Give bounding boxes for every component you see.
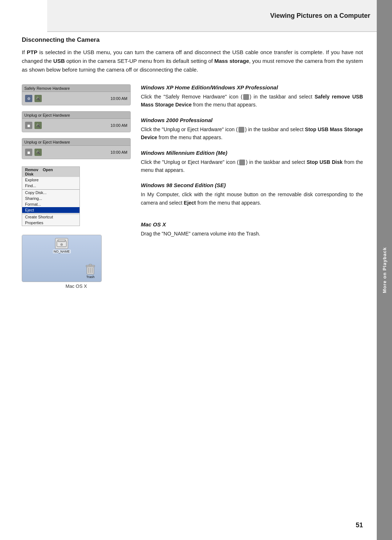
win2000-section: Windows 2000 Professional Click the "Unp… [141,117,363,142]
win2000-screenshot: Unplug or Eject Hardware ◼ 🔌 10:00 AM [22,111,131,132]
context-menu-properties: Properties [22,220,79,226]
win98-context-menu: RemovDisk Open Explore Find... Copy Disk… [22,166,80,226]
context-menu-sharing: Sharing... [22,196,79,201]
mac-drive-group: NO_NAME [53,238,71,253]
win2000-taskbar: ◼ 🔌 10:00 AM [22,119,130,132]
mac-drive-icon [55,238,68,249]
winxp-screenshot: Safely Remove Hardware ⚙ 🔌 10:00 AM [22,84,131,105]
win2000-inline-icon [238,127,244,133]
winme-section: Windows Millennium Edition (Me) Click th… [141,150,363,174]
winme-screenshot: Unplug or Eject Hardware ◼ 🔌 10:00 AM [22,138,131,159]
mac-drive-label: NO_NAME [53,250,71,253]
win98-title: Windows 98 Second Edition (SE) [141,182,363,188]
context-menu-find: Find... [22,183,79,189]
winxp-toolbar: Safely Remove Hardware [22,85,130,92]
winme-icon1: ◼ [25,149,32,156]
win2000-toolbar-label: Unplug or Eject Hardware [24,113,70,117]
winxp-inline-icon [243,94,249,100]
winxp-title: Windows XP Home Edition/Windows XP Pro­f… [141,84,363,90]
mac-trash: Trash [85,263,95,279]
winme-time: 10:00 AM [111,150,127,154]
side-tab: More on Playback [377,0,392,540]
macosx-screenshot: NO_NAME [22,235,102,282]
context-menu-eject: Eject [22,207,79,213]
side-tab-label: More on Playback [382,247,387,293]
main-content: Disconnecting the Camera If PTP is selec… [22,36,363,511]
winxp-taskbar: ⚙ 🔌 10:00 AM [22,92,130,105]
win2000-time: 10:00 AM [111,123,127,128]
win98-text: In My Computer, click with the right mou… [141,190,363,207]
win2000-title: Windows 2000 Professional [141,117,363,123]
win2000-icon1: ◼ [25,122,32,129]
context-menu-shortcut: Create Shortcut [22,214,79,220]
win2000-text: Click the "Unplug or Eject Hardware" ico… [141,125,363,142]
mac-desktop: NO_NAME [22,235,101,282]
context-menu-header-item1: RemovDisk [25,168,38,176]
winxp-icon1: ⚙ [25,95,32,102]
win2000-toolbar: Unplug or Eject Hardware [22,112,130,119]
winme-text: Click the "Unplug or Eject Hardware" ico… [141,158,363,174]
win2000-icon2: 🔌 [34,122,42,129]
winxp-section: Windows XP Home Edition/Windows XP Pro­f… [141,84,363,109]
macosx-container: NO_NAME [22,235,131,289]
right-column: Windows XP Home Edition/Windows XP Pro­f… [141,84,363,246]
winxp-icon2: 🔌 [34,95,42,102]
macosx-title: Mac OS X [141,221,363,227]
winxp-time: 10:00 AM [111,96,127,101]
winme-title: Windows Millennium Edition (Me) [141,150,363,156]
winme-inline-icon [239,160,245,165]
header-bar: Viewing Pictures on a Computer [47,0,392,32]
left-column: Safely Remove Hardware ⚙ 🔌 10:00 AM Unpl… [22,84,131,289]
two-column-layout: Safely Remove Hardware ⚙ 🔌 10:00 AM Unpl… [22,84,363,289]
context-menu-format: Format... [22,201,79,207]
winme-toolbar: Unplug or Eject Hardware [22,138,130,146]
svg-rect-8 [89,264,92,266]
mac-caption: Mac OS X [22,283,131,289]
context-menu-header: RemovDisk Open [22,167,79,177]
win98-section: Windows 98 Second Edition (SE) In My Com… [141,182,363,207]
winme-icon2: 🔌 [34,149,42,156]
winme-taskbar: ◼ 🔌 10:00 AM [22,146,130,159]
svg-point-2 [61,243,63,246]
page-number: 51 [356,521,363,529]
intro-paragraph: If PTP is selected in the USB menu, you … [22,48,363,74]
winxp-toolbar-label: Safely Remove Hardware [24,86,70,90]
context-menu-explore: Explore [22,177,79,183]
svg-rect-1 [58,239,65,242]
section-title: Disconnecting the Camera [22,36,363,44]
macosx-section: Mac OS X Drag the "NO_NAME" camera volum… [141,221,363,238]
winme-toolbar-label: Unplug or Eject Hardware [24,140,70,144]
winxp-text: Click the "Safely Remove Hardware" icon … [141,93,363,109]
context-menu-header-item2: Open [43,168,53,176]
mac-trash-icon [85,263,95,275]
page-title: Viewing Pictures on a Computer [270,12,370,20]
context-menu-copydisk: Copy Disk... [22,189,79,196]
mac-trash-label: Trash [86,275,95,279]
macosx-text: Drag the "NO_NAME" camera volume into th… [141,230,363,238]
